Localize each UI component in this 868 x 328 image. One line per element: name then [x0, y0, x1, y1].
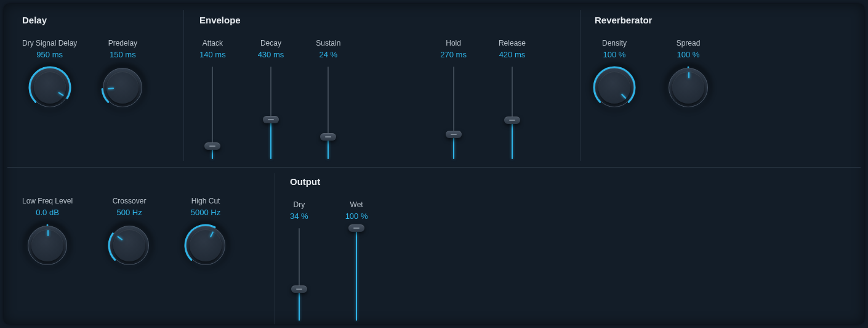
- param-low-freq-level: Low Freq Level 0.0 dB: [22, 197, 73, 265]
- param-value: 100 %: [603, 50, 626, 59]
- param-label: Dry Signal Delay: [22, 39, 77, 47]
- knob-crossover[interactable]: [110, 226, 149, 265]
- slider-sustain[interactable]: [319, 67, 337, 159]
- vertical-divider: [275, 173, 275, 324]
- slider-attack[interactable]: [204, 67, 221, 159]
- param-value: 100 %: [345, 211, 368, 221]
- param-value: 5000 Hz: [191, 208, 220, 217]
- param-label: Hold: [446, 39, 461, 47]
- knob-high-cut[interactable]: [186, 226, 225, 265]
- effects-panel: Delay Dry Signal Delay 950 ms Predelay 1…: [4, 4, 864, 324]
- param-wet: Wet 100 %: [345, 200, 368, 321]
- param-value: 34 %: [290, 211, 308, 221]
- param-value: 0.0 dB: [36, 208, 59, 217]
- section-title-reverberator: Reverberator: [595, 15, 779, 25]
- vertical-divider: [183, 10, 184, 161]
- param-dry-signal-delay: Dry Signal Delay 950 ms: [22, 39, 77, 107]
- param-label: Crossover: [113, 197, 147, 205]
- param-label: Wet: [350, 200, 363, 209]
- param-value: 420 ms: [499, 50, 526, 59]
- section-filter: Low Freq Level 0.0 dB Crossover 500 Hz H…: [22, 197, 268, 265]
- slider-wet[interactable]: [348, 228, 365, 321]
- knob-low-freq-level[interactable]: [28, 226, 67, 265]
- param-value: 500 Hz: [116, 208, 142, 217]
- param-value: 950 ms: [36, 50, 63, 59]
- section-reverberator: Reverberator Density 100 % Spread 100 %: [595, 15, 779, 107]
- param-label: Spread: [677, 39, 701, 47]
- top-row: Delay Dry Signal Delay 950 ms Predelay 1…: [4, 4, 864, 167]
- section-title-output: Output: [290, 176, 475, 187]
- param-value: 430 ms: [258, 50, 284, 59]
- param-label: Attack: [203, 39, 223, 47]
- param-sustain: Sustain 24 %: [316, 39, 340, 159]
- slider-decay[interactable]: [262, 67, 279, 159]
- param-value: 100 %: [677, 50, 700, 59]
- knob-density[interactable]: [595, 68, 634, 107]
- knob-spread[interactable]: [669, 68, 708, 107]
- param-attack: Attack 140 ms: [199, 39, 226, 159]
- knob-predelay[interactable]: [103, 68, 142, 107]
- param-label: Predelay: [108, 39, 137, 47]
- param-value: 24 %: [319, 50, 337, 59]
- param-predelay: Predelay 150 ms: [103, 39, 142, 107]
- param-label: Sustain: [316, 39, 340, 47]
- section-output: Output Dry 34 % Wet 100 %: [290, 176, 475, 321]
- section-title-envelope: Envelope: [199, 15, 579, 25]
- knob-dry-signal-delay[interactable]: [30, 68, 70, 107]
- param-hold: Hold 270 ms: [440, 39, 467, 159]
- vertical-divider: [580, 10, 581, 161]
- param-label: Release: [499, 39, 526, 47]
- param-spread: Spread 100 %: [669, 39, 708, 107]
- param-dry: Dry 34 %: [290, 200, 308, 321]
- slider-hold[interactable]: [445, 67, 462, 159]
- param-crossover: Crossover 500 Hz: [110, 197, 149, 265]
- param-value: 270 ms: [440, 50, 467, 59]
- section-envelope: Envelope Attack 140 ms Decay 430 ms Sust…: [199, 15, 579, 159]
- param-release: Release 420 ms: [499, 39, 526, 159]
- param-high-cut: High Cut 5000 Hz: [186, 197, 225, 265]
- param-density: Density 100 %: [595, 39, 634, 107]
- param-label: Dry: [293, 200, 305, 209]
- slider-release[interactable]: [504, 67, 521, 159]
- param-value: 150 ms: [110, 50, 136, 59]
- section-title-delay: Delay: [22, 15, 182, 25]
- section-delay: Delay Dry Signal Delay 950 ms Predelay 1…: [22, 15, 182, 107]
- bottom-row: Low Freq Level 0.0 dB Crossover 500 Hz H…: [4, 167, 864, 324]
- param-value: 140 ms: [199, 50, 226, 59]
- param-label: Density: [602, 39, 627, 47]
- slider-dry[interactable]: [291, 228, 308, 321]
- param-label: Decay: [260, 39, 281, 47]
- param-label: High Cut: [191, 197, 220, 205]
- param-label: Low Freq Level: [22, 197, 73, 205]
- param-decay: Decay 430 ms: [258, 39, 284, 159]
